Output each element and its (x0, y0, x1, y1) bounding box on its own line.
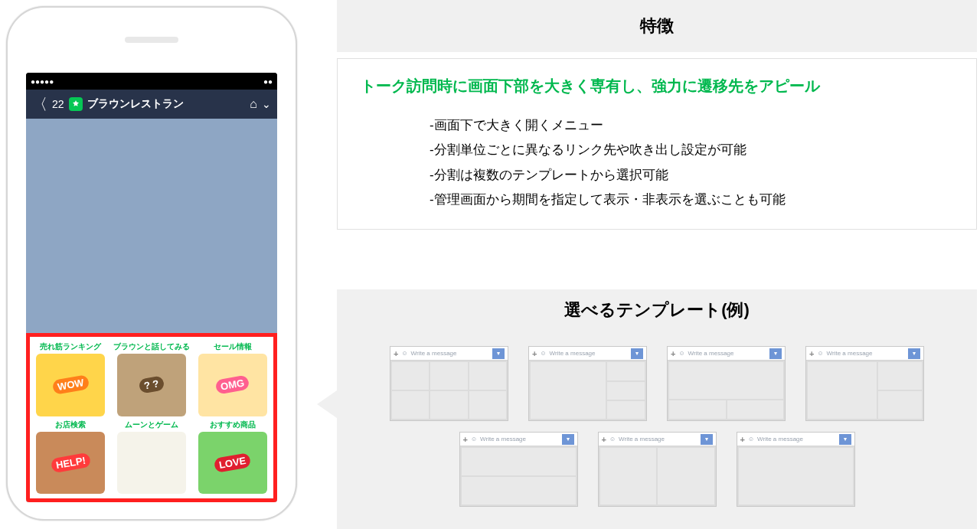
mic-icon: ▾ (839, 434, 851, 445)
rich-menu-label: お店検索 (55, 420, 86, 430)
features-headline: トーク訪問時に画面下部を大きく専有し、強力に遷移先をアピール (361, 76, 953, 96)
chevron-down-icon[interactable]: ⌄ (262, 98, 271, 110)
plus-icon: + (602, 435, 606, 444)
back-count: 22 (52, 98, 64, 110)
sticker-badge: HELP! (50, 452, 91, 473)
mic-icon: ▾ (908, 348, 920, 359)
rich-menu-cell[interactable]: 売れ筋ランキングWOW (31, 341, 109, 416)
mic-icon: ▾ (631, 348, 643, 359)
templates-panel: +☺Write a message▾ +☺Write a message▾ +☺… (337, 331, 977, 529)
rich-menu-label: ブラウンと話してみる (113, 341, 190, 352)
rich-menu-highlight: 売れ筋ランキングWOWブラウンと話してみる? ?セール情報OMGお店検索HELP… (26, 333, 277, 502)
template-2rows[interactable]: +☺Write a message▾ (459, 432, 578, 507)
features-title: 特徴 (337, 0, 977, 52)
smiley-icon: ☺ (817, 350, 823, 357)
rich-menu-cell[interactable]: セール情報OMG (194, 341, 272, 416)
sticker-badge: WOW (51, 374, 89, 395)
mic-icon: ▾ (769, 348, 782, 359)
plus-icon: + (463, 435, 468, 444)
rich-menu-cell[interactable]: ムーンとゲーム (113, 420, 191, 495)
smiley-icon: ☺ (401, 350, 407, 357)
smiley-icon: ☺ (678, 350, 684, 357)
sticker-badge: OMG (215, 375, 250, 395)
mic-icon: ▾ (492, 348, 505, 359)
rich-menu-thumb: LOVE (198, 432, 267, 495)
sticker-badge: LOVE (214, 452, 252, 473)
chat-background (26, 119, 277, 333)
rich-menu-thumb (117, 432, 186, 495)
chat-navbar: 〈 22 ブラウンレストラン ⌂ ⌄ (26, 90, 277, 119)
official-badge-icon (69, 97, 83, 111)
plus-icon: + (740, 435, 745, 444)
template-left-2right[interactable]: +☺Write a message▾ (805, 346, 924, 421)
account-title: ブラウンレストラン (69, 97, 246, 111)
plus-icon: + (671, 349, 675, 358)
smiley-icon: ☺ (471, 436, 477, 442)
rich-menu-thumb: WOW (36, 354, 105, 416)
rich-menu-label: ムーンとゲーム (125, 420, 178, 430)
feature-bullet: -分割は複数のテンプレートから選択可能 (430, 163, 953, 188)
rich-menu-label: セール情報 (214, 341, 252, 352)
rich-menu-thumb: HELP! (36, 432, 105, 495)
phone-statusbar: ●●●●●●● (26, 73, 277, 90)
template-single[interactable]: +☺Write a message▾ (737, 432, 855, 507)
rich-menu-label: おすすめ商品 (210, 420, 256, 430)
rich-menu-thumb: ? ? (117, 354, 186, 416)
smiley-icon: ☺ (748, 436, 754, 442)
plus-icon: + (394, 349, 398, 358)
features-list: -画面下で大きく開くメニュー -分割単位ごとに異なるリンク先や吹き出し設定が可能… (361, 113, 953, 212)
template-top-2bottom[interactable]: +☺Write a message▾ (667, 346, 786, 421)
back-icon[interactable]: 〈 (32, 96, 47, 112)
features-card: トーク訪問時に画面下部を大きく専有し、強力に遷移先をアピール -画面下で大きく開… (337, 58, 977, 230)
smiley-icon: ☺ (540, 350, 546, 357)
rich-menu-cell[interactable]: お店検索HELP! (31, 420, 109, 495)
home-icon[interactable]: ⌂ (250, 97, 257, 111)
templates-title: 選べるテンプレート(例) (337, 289, 977, 331)
plus-icon: + (532, 349, 537, 358)
template-3x2[interactable]: +☺Write a message▾ (390, 346, 508, 421)
phone-screen: ●●●●●●● 〈 22 ブラウンレストラン ⌂ ⌄ 売れ筋ランキングWOWブラ… (26, 73, 277, 502)
feature-bullet: -管理画面から期間を指定して表示・非表示を選ぶことも可能 (430, 188, 953, 212)
rich-menu-cell[interactable]: おすすめ商品LOVE (194, 420, 272, 495)
smiley-icon: ☺ (609, 436, 616, 442)
plus-icon: + (809, 349, 814, 358)
feature-bullet: -画面下で大きく開くメニュー (430, 113, 953, 138)
rich-menu-cell[interactable]: ブラウンと話してみる? ? (113, 341, 191, 416)
mic-icon: ▾ (701, 434, 713, 445)
template-1big-3[interactable]: +☺Write a message▾ (528, 346, 647, 421)
template-2cols[interactable]: +☺Write a message▾ (598, 432, 717, 507)
callout-arrow-icon (317, 390, 337, 418)
feature-bullet: -分割単位ごとに異なるリンク先や吹き出し設定が可能 (430, 138, 953, 162)
rich-menu[interactable]: 売れ筋ランキングWOWブラウンと話してみる? ?セール情報OMGお店検索HELP… (31, 341, 272, 494)
phone-mockup: ●●●●●●● 〈 22 ブラウンレストラン ⌂ ⌄ 売れ筋ランキングWOWブラ… (6, 6, 297, 521)
phone-speaker (125, 37, 178, 43)
sticker-badge: ? ? (139, 376, 165, 394)
rich-menu-thumb: OMG (198, 354, 267, 416)
mic-icon: ▾ (562, 434, 574, 445)
rich-menu-label: 売れ筋ランキング (40, 341, 101, 352)
